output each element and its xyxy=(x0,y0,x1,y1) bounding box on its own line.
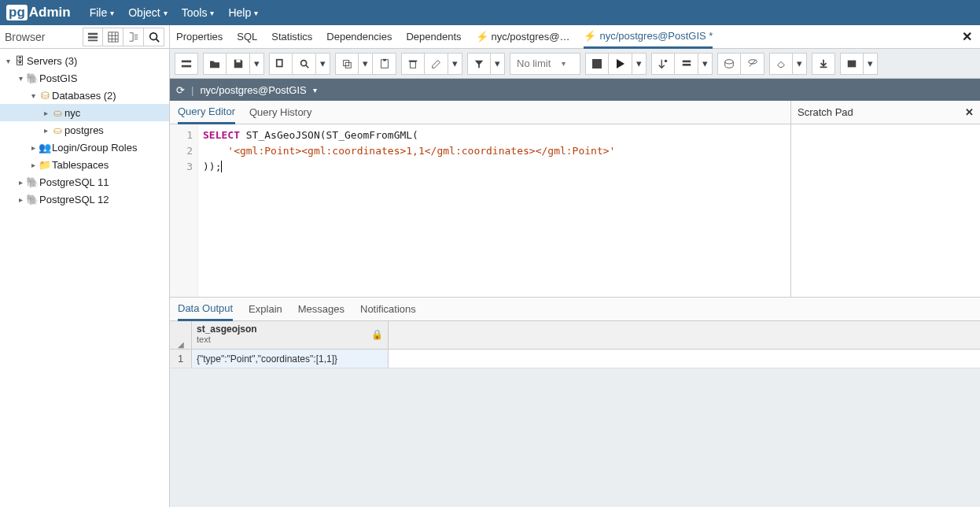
editor-code[interactable]: SELECT ST_AsGeoJSON(ST_GeomFromGML( '<gm… xyxy=(198,124,620,297)
menubar: File▾ Object▾ Tools▾ Help▾ xyxy=(90,6,259,19)
tab-statistics[interactable]: Statistics xyxy=(271,25,312,49)
explain-button[interactable] xyxy=(651,53,675,75)
svg-rect-16 xyxy=(344,60,349,65)
download-button[interactable] xyxy=(812,53,835,75)
tab-data-output[interactable]: Data Output xyxy=(178,298,233,321)
tree-login-roles[interactable]: ▸👥Login/Group Roles xyxy=(0,139,169,156)
elephant-icon: 🐘 xyxy=(25,72,39,84)
tab-close-button[interactable]: ✕ xyxy=(962,29,972,44)
tree-postgis[interactable]: ▾🐘PostGIS xyxy=(0,69,169,87)
svg-rect-24 xyxy=(683,60,691,62)
limit-select[interactable]: No limit▾ xyxy=(510,53,580,75)
tab-dependencies[interactable]: Dependencies xyxy=(326,25,392,49)
tab-query-history[interactable]: Query History xyxy=(249,101,311,124)
tree-nyc[interactable]: ▸⛀nyc xyxy=(0,104,169,121)
tree-pg11[interactable]: ▸🐘PostgreSQL 11 xyxy=(0,173,169,191)
copy-rows-button[interactable] xyxy=(335,53,359,75)
result-grid: ◢ st_asgeojson text 🔒 1 {"type":"Point",… xyxy=(170,321,980,507)
browser-sidebar: Browser ▾🗄Servers (3) ▾🐘PostGIS ▾⛁Databa… xyxy=(0,25,170,507)
clear-button[interactable] xyxy=(769,53,793,75)
find-button[interactable] xyxy=(293,53,316,75)
edit-button[interactable] xyxy=(425,53,448,75)
svg-rect-10 xyxy=(182,60,191,62)
database-icon: ⛀ xyxy=(50,107,64,119)
connection-status-icon: ⟳ xyxy=(176,84,185,96)
stop-button[interactable] xyxy=(585,53,609,75)
chevron-right-icon: ▸ xyxy=(16,195,25,204)
chevron-down-icon: ▾ xyxy=(3,57,13,65)
filter-menu-button[interactable]: ▾ xyxy=(491,53,505,75)
rollback-button[interactable] xyxy=(741,53,764,75)
tab-properties[interactable]: Properties xyxy=(176,25,223,49)
copy-rows-menu[interactable]: ▾ xyxy=(359,53,373,75)
tab-query-1[interactable]: ⚡nyc/postgres@… xyxy=(476,25,570,49)
chevron-right-icon: ▸ xyxy=(28,143,38,152)
svg-point-14 xyxy=(300,60,306,65)
query-tool-icon: ⚡ xyxy=(476,31,488,43)
chevron-down-icon: ▾ xyxy=(164,9,168,17)
menu-object[interactable]: Object▾ xyxy=(128,6,167,19)
browser-btn-2[interactable] xyxy=(103,28,123,46)
tree-servers[interactable]: ▾🗄Servers (3) xyxy=(0,52,169,69)
chevron-down-icon: ▾ xyxy=(110,9,114,17)
browser-title: Browser xyxy=(5,31,45,43)
tab-sql[interactable]: SQL xyxy=(237,25,257,49)
scratch-close-button[interactable]: ✕ xyxy=(965,106,974,118)
explain-menu-button[interactable]: ▾ xyxy=(698,53,713,75)
execute-menu-button[interactable]: ▾ xyxy=(632,53,647,75)
row-number[interactable]: 1 xyxy=(170,350,192,368)
tab-explain[interactable]: Explain xyxy=(249,298,282,321)
browser-btn-3[interactable] xyxy=(123,28,144,46)
tab-query-2[interactable]: ⚡nyc/postgres@PostGIS * xyxy=(584,25,713,49)
tab-query-editor[interactable]: Query Editor xyxy=(178,101,235,124)
browser-search-button[interactable] xyxy=(144,28,164,46)
copy-button[interactable] xyxy=(269,53,293,75)
database-icon: ⛁ xyxy=(38,90,52,102)
macro-menu-button[interactable]: ▾ xyxy=(864,53,878,75)
grid-cell[interactable]: {"type":"Point","coordinates":[1,1]} xyxy=(192,350,389,368)
grid-row[interactable]: 1 {"type":"Point","coordinates":[1,1]} xyxy=(170,350,980,368)
menu-file[interactable]: File▾ xyxy=(90,6,115,19)
chevron-down-icon[interactable]: ▾ xyxy=(313,86,317,94)
tree-tablespaces[interactable]: ▸📁Tablespaces xyxy=(0,156,169,173)
filter-button[interactable] xyxy=(467,53,491,75)
save-button[interactable] xyxy=(227,53,250,75)
svg-rect-20 xyxy=(411,61,416,68)
svg-point-23 xyxy=(665,59,668,62)
browser-btn-1[interactable] xyxy=(83,28,103,46)
main-tabbar: Properties SQL Statistics Dependencies D… xyxy=(170,25,980,49)
sql-editor[interactable]: 1 2 3 SELECT ST_AsGeoJSON(ST_GeomFromGML… xyxy=(170,124,790,297)
app-logo: pgAdmin xyxy=(6,5,71,20)
tab-notifications[interactable]: Notifications xyxy=(360,298,416,321)
open-file-button[interactable] xyxy=(203,53,227,75)
delete-button[interactable] xyxy=(401,53,425,75)
svg-rect-1 xyxy=(88,36,98,39)
edit-menu-button[interactable]: ▾ xyxy=(448,53,462,75)
paste-button[interactable] xyxy=(373,53,396,75)
tbtn-toggle[interactable] xyxy=(175,53,198,75)
tab-dependents[interactable]: Dependents xyxy=(406,25,461,49)
svg-rect-11 xyxy=(182,65,191,67)
tree-postgres[interactable]: ▸⛀postgres xyxy=(0,121,169,139)
macro-button[interactable] xyxy=(840,53,864,75)
menu-tools[interactable]: Tools▾ xyxy=(182,6,215,19)
svg-rect-25 xyxy=(683,64,691,66)
save-menu-button[interactable]: ▾ xyxy=(250,53,264,75)
browser-tree: ▾🗄Servers (3) ▾🐘PostGIS ▾⛁Databases (2) … xyxy=(0,49,169,507)
scratch-body[interactable] xyxy=(791,124,980,297)
menu-help[interactable]: Help▾ xyxy=(228,6,258,19)
connection-label[interactable]: nyc/postgres@PostGIS xyxy=(200,84,306,96)
execute-button[interactable] xyxy=(609,53,632,75)
svg-line-9 xyxy=(156,39,159,42)
tab-messages[interactable]: Messages xyxy=(298,298,344,321)
commit-button[interactable] xyxy=(717,53,741,75)
grid-corner[interactable]: ◢ xyxy=(170,321,192,349)
clear-menu-button[interactable]: ▾ xyxy=(793,53,807,75)
find-menu-button[interactable]: ▾ xyxy=(316,53,330,75)
editor-tabbar: Query Editor Query History xyxy=(170,101,790,124)
explain-analyze-button[interactable] xyxy=(675,53,698,75)
elephant-off-icon: 🐘 xyxy=(25,176,39,188)
tree-pg12[interactable]: ▸🐘PostgreSQL 12 xyxy=(0,191,169,208)
tree-databases[interactable]: ▾⛁Databases (2) xyxy=(0,87,169,104)
col-header-st_asgeojson[interactable]: st_asgeojson text 🔒 xyxy=(192,321,389,349)
